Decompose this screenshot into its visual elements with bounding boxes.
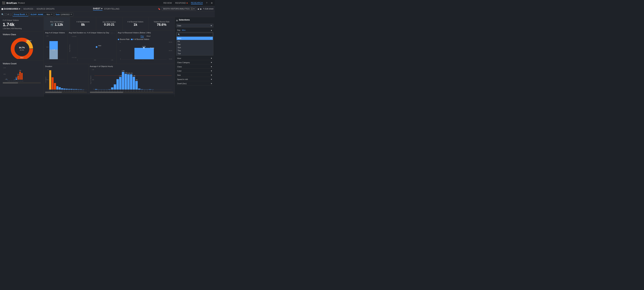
day-option-thu[interactable]: Thu xyxy=(177,49,213,52)
stat-bounce-rate-value: 78.6% xyxy=(157,23,166,27)
svg-text:08: 08 xyxy=(117,90,118,91)
refresh-icon[interactable]: ↺ xyxy=(7,13,9,16)
svg-text:01: 01 xyxy=(130,90,132,91)
speed-filter[interactable]: Speed in mih ▼ xyxy=(176,78,213,81)
duration-scrollbar[interactable] xyxy=(45,92,87,93)
legend-bounce-rate-dot xyxy=(118,39,119,40)
day-option-sun[interactable]: Sun xyxy=(177,46,213,49)
svg-rect-17 xyxy=(20,72,21,80)
storytelling-tab[interactable]: STORYTELLING xyxy=(104,8,120,10)
date-filter[interactable]: Date ▼ xyxy=(176,24,213,27)
day-filter-dropdown: Mon ✓ Fri Sat Sun Thu Tue xyxy=(176,32,213,55)
sheet-chevron: ▾ xyxy=(101,7,102,10)
day-option-fri[interactable]: Fri xyxy=(177,40,213,43)
filter-chip-dlday[interactable]: DLDAY_NAME_... Mon ✕ xyxy=(30,13,54,16)
svg-text:3.5k: 3.5k xyxy=(46,79,49,80)
edit-sheet-button[interactable]: ✎ Edit sheet xyxy=(203,8,213,10)
search-icon[interactable]: 🔍 xyxy=(1,13,4,16)
dwell-filter[interactable]: Dwell (Sec) ▼ xyxy=(176,82,213,85)
day-option-sat[interactable]: Sat xyxy=(177,43,213,46)
nav-research[interactable]: RESEARCH xyxy=(191,2,203,4)
unique-visitors-title: # of Unique Visitors xyxy=(3,19,41,21)
day-filter-search[interactable] xyxy=(177,33,213,36)
svg-text:07: 07 xyxy=(114,90,116,91)
filter-chip-group-booth[interactable]: Group Booth ✕ xyxy=(12,13,28,16)
visitors-count-scrollbar-thumb xyxy=(3,82,18,83)
day-option-fri-label: Fri xyxy=(178,40,180,42)
class-category-filter[interactable]: Class Category ▼ xyxy=(176,61,213,64)
stat-avg-duration-value: 0:20:21 xyxy=(104,23,114,26)
hour-filter[interactable]: Hour ▼ xyxy=(176,57,213,60)
expand-chart-icon[interactable]: ⛶ xyxy=(111,32,112,34)
svg-text:07: 07 xyxy=(18,81,20,81)
svg-text:15.3%: 15.3% xyxy=(20,49,24,51)
svg-text:1.63k: 1.63k xyxy=(122,70,124,71)
filter-chip-date[interactable]: Date 12/09/2022 ✕ xyxy=(54,13,73,16)
dashboards-button[interactable]: ▦ DASHBOARDS ▾ xyxy=(1,8,20,10)
legend-bounce-rate-label: Bounce Rate xyxy=(120,38,130,40)
day-option-tue[interactable]: Tue xyxy=(177,52,213,55)
svg-text:140+: 140+ xyxy=(82,90,84,91)
visitors-class-title: Visitors Class xyxy=(3,33,41,36)
svg-text:1.47k: 1.47k xyxy=(124,72,127,73)
brand-logo: ⬛ BriefCam Protect xyxy=(2,1,25,4)
class-category-label: Class Category xyxy=(177,61,190,63)
day-option-sun-label: Sun xyxy=(178,46,181,48)
filter-chip-group-booth-close[interactable]: ✕ xyxy=(26,13,27,15)
source-groups-link[interactable]: SOURCE GROUPS xyxy=(36,8,54,10)
svg-text:100: 100 xyxy=(73,90,75,91)
unique-visitors-new: 1.3k New xyxy=(3,28,10,29)
svg-text:376: 376 xyxy=(17,74,19,75)
svg-rect-79 xyxy=(73,89,75,90)
charts-row-top: Avg # of Unique Visitors 1.8k 900 0 1.3k… xyxy=(44,30,174,64)
svg-text:Woman: Woman xyxy=(26,40,31,42)
svg-text:01: 01 xyxy=(9,81,10,81)
svg-text:0: 0 xyxy=(120,58,121,60)
more-options-icon[interactable]: ⋯ xyxy=(113,32,115,34)
unique-visitors-subinfo: 1.3k New | 436 Returning xyxy=(3,28,41,29)
select-icon[interactable]: ⬚ xyxy=(10,13,12,16)
expand-icon[interactable]: ⛶ xyxy=(4,13,6,16)
filter-chip-date-close[interactable]: ✕ xyxy=(70,13,72,15)
nav-respond[interactable]: RESPOND xyxy=(175,2,188,4)
class-filter[interactable]: Class ▼ xyxy=(176,65,213,68)
legend-bounced-visitors: # of Bounced Visitors xyxy=(131,38,149,40)
settings-icon[interactable]: ⚙ xyxy=(211,2,213,4)
filter-chip-dlday-close[interactable]: ✕ xyxy=(51,13,52,15)
svg-rect-124 xyxy=(133,77,135,90)
second-navigation: ▦ DASHBOARDS ▾ | SOURCES | SOURCE GROUPS… xyxy=(0,6,215,12)
day-option-mon[interactable]: Mon ✓ xyxy=(177,37,213,40)
color-filter[interactable]: Color ▼ xyxy=(176,69,213,73)
day-filter-label[interactable]: Day Mon ▲ xyxy=(176,28,213,32)
donut-chart-svg: 84.7% 15.3% Woman Man xyxy=(8,37,36,59)
filter-chip-dlday-label: DLDAY_NAME_... xyxy=(31,13,46,15)
nav-arrow-right[interactable]: ▶ xyxy=(200,8,202,10)
class-filter-chevron: ▼ xyxy=(210,66,212,68)
brand-subtitle: Protect xyxy=(18,2,25,4)
class-filter-label: Class xyxy=(177,66,182,68)
tab-hour[interactable]: Hour xyxy=(146,35,150,38)
nav-review[interactable]: REVIEW xyxy=(163,2,172,4)
bookmark-icon[interactable]: 🔖 xyxy=(158,8,160,10)
svg-rect-14 xyxy=(14,80,15,80)
visitors-count-title: Visitors Count xyxy=(3,62,41,65)
svg-rect-77 xyxy=(68,89,70,90)
svg-text:03: 03 xyxy=(104,90,105,91)
sidebar-icon: ⊞ xyxy=(176,19,178,22)
help-icon[interactable]: ? xyxy=(206,2,207,4)
svg-text:05: 05 xyxy=(109,90,110,91)
nav-arrow-left[interactable]: ◀ xyxy=(197,8,199,10)
visitors-count-scrollbar[interactable] xyxy=(3,82,41,83)
svg-text:03: 03 xyxy=(136,90,137,91)
hourly-objects-scrollbar[interactable] xyxy=(90,92,173,93)
sources-link[interactable]: SOURCES xyxy=(23,8,33,10)
booth-analytics-button[interactable]: BOOTH VISITORS ANALYTICS ⬛ ▾ xyxy=(162,7,196,10)
svg-rect-116 xyxy=(122,72,124,90)
sheet-tab[interactable]: SHEET ▾ xyxy=(93,7,102,10)
sheet-center: SHEET ▾ STORYTELLING xyxy=(56,7,156,10)
avg-bounced-title: Avg # of Bounced Visitors (Below 1 Min) xyxy=(118,32,173,34)
svg-text:12: 12 xyxy=(128,90,129,91)
size-filter[interactable]: Size ▼ xyxy=(176,73,213,77)
svg-text:7k: 7k xyxy=(47,69,49,70)
tab-day[interactable]: Day xyxy=(140,35,144,38)
